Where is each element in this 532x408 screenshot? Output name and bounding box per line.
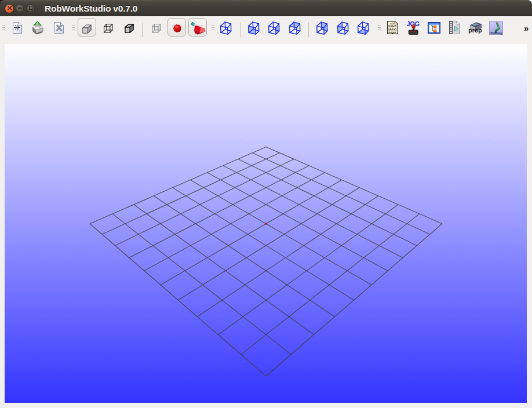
svg-text:Planning: Planning <box>490 31 502 34</box>
svg-text:prop: prop <box>468 27 482 34</box>
